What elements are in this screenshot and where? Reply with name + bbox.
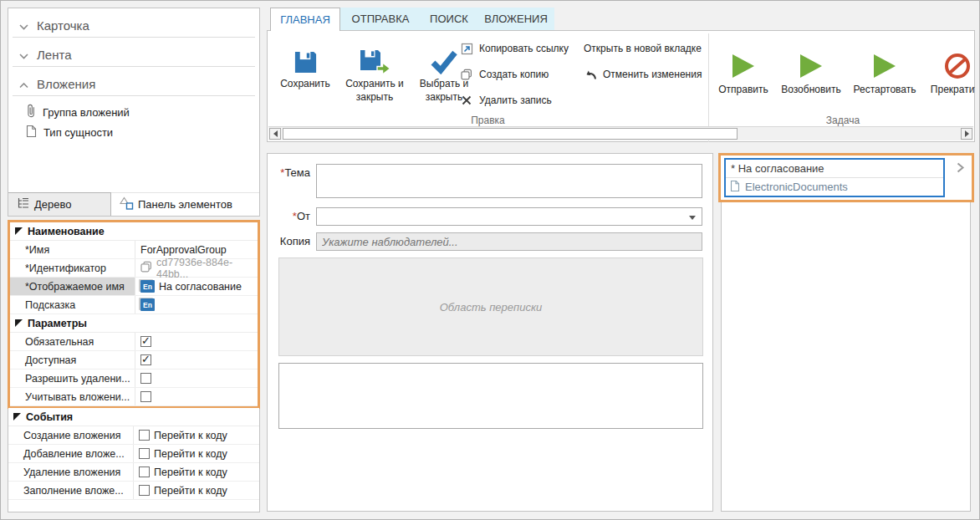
property-label: *Имя	[10, 241, 135, 258]
tree-icon	[17, 197, 30, 212]
save-and-close-button[interactable]: Сохранить и закрыть	[341, 35, 408, 113]
property-section-naming[interactable]: Наименование	[10, 222, 258, 241]
tab-label: Дерево	[34, 198, 71, 211]
section-title: Параметры	[28, 318, 87, 329]
copy-link-button[interactable]: Копировать ссылку	[460, 42, 569, 55]
stop-button[interactable]: Прекратить	[922, 35, 975, 95]
copy-label: Копия	[276, 232, 316, 247]
checkbox-unchecked[interactable]	[139, 466, 150, 477]
create-copy-button[interactable]: Создать копию	[460, 68, 569, 81]
correspondence-area: Область переписки	[278, 257, 703, 356]
attachment-item-electronic-documents[interactable]: ElectronicDocuments	[726, 178, 943, 196]
save-button[interactable]: Сохранить	[272, 35, 339, 113]
property-row-display-name[interactable]: *Отображаемое имя En На согласование	[10, 278, 258, 296]
tree-section-ribbon[interactable]: Лента	[8, 43, 259, 66]
property-row-attachment-created[interactable]: Создание вложения Перейти к коду	[8, 426, 259, 445]
property-row-identifier[interactable]: *Идентификатор cd77936e-884e-44bb...	[10, 259, 258, 278]
subject-label: *Тема	[276, 164, 316, 179]
property-row-attachment-added[interactable]: Добавление вложе... Перейти к коду	[8, 445, 259, 463]
property-row-available[interactable]: Доступная	[10, 351, 258, 370]
task-text-area[interactable]	[278, 363, 703, 429]
elements-icon	[120, 196, 134, 212]
correspondence-placeholder: Область переписки	[440, 301, 543, 314]
ribbon-tab-send[interactable]: ОТПРАВКА	[340, 8, 421, 30]
from-combobox[interactable]	[316, 207, 702, 226]
localization-en-icon[interactable]: En	[140, 280, 155, 293]
tab-label: Панель элементов	[138, 198, 232, 211]
property-value[interactable]: ForApprovalGroup	[140, 244, 227, 256]
scroll-left-arrow[interactable]	[269, 128, 281, 140]
checkbox-checked[interactable]	[140, 354, 151, 365]
go-to-code-link[interactable]: Перейти к коду	[154, 430, 227, 441]
go-to-code-link[interactable]: Перейти к коду	[154, 485, 227, 497]
attachment-group-title: * На согласование	[726, 160, 943, 178]
section-expanded-icon	[15, 319, 23, 327]
checkbox-unchecked[interactable]	[140, 391, 151, 402]
section-title: События	[26, 411, 73, 423]
checkbox-unchecked[interactable]	[140, 373, 151, 384]
send-button[interactable]: Отправить	[712, 35, 775, 95]
property-label: Добавление вложе...	[8, 445, 134, 462]
document-icon	[730, 180, 740, 195]
chevron-down-icon	[689, 216, 696, 220]
tab-tree[interactable]: Дерево	[8, 192, 111, 216]
resume-button[interactable]: Возобновить	[775, 35, 847, 95]
ribbon-scrollbar[interactable]	[268, 126, 973, 140]
button-label: Удалить запись	[479, 94, 552, 106]
button-label: Рестартовать	[853, 84, 916, 95]
attachment-item-label: ElectronicDocuments	[745, 181, 848, 193]
tab-elements-panel[interactable]: Панель элементов	[111, 192, 259, 216]
localization-en-icon[interactable]: En	[140, 298, 155, 311]
ribbon-group-edit-label: Правка	[268, 115, 708, 126]
property-row-required[interactable]: Обязательная	[10, 333, 258, 351]
delete-record-button[interactable]: Удалить запись	[460, 94, 569, 107]
section-expanded-icon	[13, 413, 21, 421]
copy-observers-input[interactable]	[316, 232, 702, 251]
document-icon	[26, 125, 37, 140]
restart-button[interactable]: Рестартовать	[847, 35, 922, 95]
property-row-allow-delete[interactable]: Разрешить удалени...	[10, 370, 258, 388]
go-to-code-link[interactable]: Перейти к коду	[154, 466, 227, 478]
checkbox-checked[interactable]	[140, 336, 151, 347]
save-icon	[293, 46, 319, 78]
tree-item-entity-type[interactable]: Тип сущности	[8, 122, 259, 142]
button-label: Отменить изменения	[603, 69, 702, 80]
scroll-right-arrow[interactable]	[961, 128, 972, 140]
open-new-tab-button[interactable]: Открыть в новой вкладке	[584, 42, 702, 55]
delete-x-icon	[460, 95, 473, 105]
check-icon	[429, 46, 459, 78]
property-row-consider-attachments[interactable]: Учитывать вложени...	[10, 388, 258, 406]
property-row-attachment-filled[interactable]: Заполнение вложе... Перейти к коду	[8, 482, 259, 500]
copy-id-icon[interactable]	[140, 261, 152, 275]
section-expanded-icon	[15, 227, 23, 235]
property-section-parameters[interactable]: Параметры	[10, 314, 258, 333]
from-label: *От	[276, 207, 316, 222]
ribbon-group-task-label: Задача	[708, 115, 975, 126]
attachment-group-box[interactable]: * На согласование ElectronicDocuments	[724, 158, 945, 197]
chevron-up-icon	[19, 77, 28, 91]
subject-input[interactable]	[316, 164, 702, 198]
undo-changes-button[interactable]: Отменить изменения	[584, 68, 702, 81]
tree-section-card[interactable]: Карточка	[8, 14, 259, 37]
copy-icon	[460, 69, 473, 80]
divider	[13, 37, 255, 38]
property-row-tooltip[interactable]: Подсказка En	[10, 296, 258, 314]
task-form-panel: *Тема *От Копия Область переписки	[267, 153, 713, 512]
checkbox-unchecked[interactable]	[139, 430, 150, 441]
property-section-events[interactable]: События	[8, 408, 259, 426]
property-label: Создание вложения	[8, 426, 134, 444]
go-to-code-link[interactable]: Перейти к коду	[154, 448, 227, 460]
chevron-right-icon[interactable]	[956, 161, 965, 177]
ribbon-tab-search[interactable]: ПОИСК	[421, 8, 477, 30]
checkbox-unchecked[interactable]	[139, 485, 150, 496]
scrollbar-thumb[interactable]	[283, 128, 738, 140]
property-value[interactable]: На согласование	[159, 281, 242, 293]
property-row-attachment-deleted[interactable]: Удаление вложения Перейти к коду	[8, 463, 259, 482]
ribbon-tab-attachments[interactable]: ВЛОЖЕНИЯ	[477, 8, 554, 30]
ribbon-tab-main[interactable]: ГЛАВНАЯ	[270, 8, 340, 31]
tree-item-attachment-group[interactable]: Группа вложений	[8, 102, 259, 122]
checkbox-unchecked[interactable]	[139, 448, 150, 459]
property-label: Обязательная	[10, 333, 135, 350]
tree-section-attachments[interactable]: Вложения	[8, 73, 259, 95]
button-label: Создать копию	[479, 69, 549, 80]
